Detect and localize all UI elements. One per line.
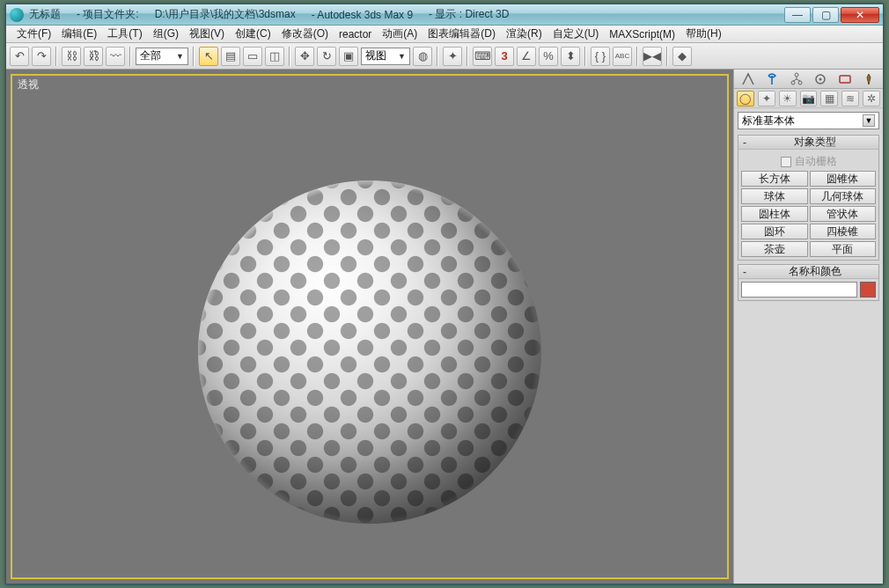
sphere-button[interactable]: 球体	[741, 188, 808, 204]
shapes-button[interactable]: ✦	[758, 91, 775, 107]
menu-tools[interactable]: 工具(T)	[102, 25, 147, 43]
manipulate-button[interactable]: ✦	[443, 47, 462, 66]
redo-button[interactable]: ↷	[32, 47, 51, 66]
menu-help[interactable]: 帮助(H)	[680, 25, 727, 43]
selection-filter-value: 全部	[140, 48, 161, 63]
plane-button[interactable]: 平面	[810, 241, 877, 257]
menu-customize[interactable]: 自定义(U)	[547, 25, 605, 43]
bind-spacewarp-button[interactable]: 〰	[106, 47, 125, 66]
create-tab[interactable]	[739, 71, 757, 87]
chevron-down-icon: ▼	[176, 52, 184, 61]
menu-maxscript[interactable]: MAXScript(M)	[604, 26, 680, 42]
menu-views[interactable]: 视图(V)	[184, 25, 230, 43]
teapot-button[interactable]: 茶壶	[741, 241, 808, 257]
select-by-name-button[interactable]: ▤	[221, 47, 240, 66]
app-icon	[10, 8, 24, 22]
subcategory-value: 标准基本体	[742, 114, 795, 129]
align-button[interactable]: ◆	[672, 47, 692, 66]
unlink-button[interactable]: ⛓̸	[84, 47, 103, 66]
autogrid-row: 自动栅格	[741, 152, 876, 171]
move-button[interactable]: ✥	[295, 47, 314, 66]
svg-point-0	[795, 73, 798, 77]
object-type-rollout: - 对象类型 自动栅格 长方体 圆锥体 球体 几何球体 圆柱体 管状体	[738, 135, 879, 261]
viewport-active-frame: 透视	[11, 74, 729, 579]
dimple-pattern	[198, 180, 541, 524]
menu-reactor[interactable]: reactor	[334, 26, 377, 42]
minus-icon: -	[738, 266, 751, 278]
name-color-header[interactable]: - 名称和颜色	[738, 265, 878, 279]
tube-button[interactable]: 管状体	[810, 206, 877, 222]
object-name-input[interactable]	[741, 282, 857, 298]
viewport[interactable]: 透视	[6, 70, 733, 584]
geosphere-button[interactable]: 几何球体	[810, 188, 877, 204]
maximize-button[interactable]: ▢	[812, 7, 839, 23]
pivot-center-button[interactable]: ◍	[413, 47, 432, 66]
menubar: 文件(F) 编辑(E) 工具(T) 组(G) 视图(V) 创建(C) 修改器(O…	[6, 26, 883, 43]
undo-button[interactable]: ↶	[10, 47, 29, 66]
motion-tab[interactable]	[812, 71, 829, 87]
percent-snap-button[interactable]: %	[539, 47, 558, 66]
svg-point-4	[819, 77, 822, 80]
main-toolbar: ↶ ↷ ⛓ ⛓̸ 〰 全部 ▼ ↖ ▤ ▭ ◫ ✥ ↻ ▣ 视图 ▼ ◍ ✦ ⌨…	[6, 43, 883, 70]
title-display: - 显示 : Direct 3D	[429, 7, 509, 22]
abc-button[interactable]: ABC	[613, 47, 632, 66]
display-tab[interactable]	[836, 71, 854, 87]
modify-tab[interactable]	[763, 71, 781, 87]
menu-rendering[interactable]: 渲染(R)	[501, 25, 547, 43]
minimize-button[interactable]: —	[784, 7, 811, 23]
titlebar: 无标题 - 项目文件夹: D:\用户目录\我的文档\3dsmax - Autod…	[6, 4, 883, 26]
select-region-button[interactable]: ▭	[243, 47, 262, 66]
object-type-label: 对象类型	[751, 135, 878, 150]
app-window: 无标题 - 项目文件夹: D:\用户目录\我的文档\3dsmax - Autod…	[5, 4, 884, 584]
object-type-header[interactable]: - 对象类型	[738, 136, 878, 150]
selection-filter-dropdown[interactable]: 全部 ▼	[136, 48, 188, 65]
spacewarps-button[interactable]: ≋	[841, 91, 859, 107]
menu-modifiers[interactable]: 修改器(O)	[276, 25, 334, 43]
menu-graph[interactable]: 图表编辑器(D)	[422, 25, 501, 43]
cylinder-button[interactable]: 圆柱体	[741, 206, 808, 222]
cameras-button[interactable]: 📷	[800, 91, 818, 107]
mirror-button[interactable]: ▶◀	[643, 47, 662, 66]
menu-create[interactable]: 创建(C)	[230, 25, 276, 43]
geometry-button[interactable]: ◯	[737, 91, 754, 107]
torus-button[interactable]: 圆环	[741, 224, 808, 239]
lights-button[interactable]: ☀	[779, 91, 797, 107]
named-sets-button[interactable]: { }	[591, 47, 610, 66]
title-project-label: - 项目文件夹:	[77, 7, 139, 22]
scale-button[interactable]: ▣	[339, 47, 358, 66]
window-crossing-button[interactable]: ◫	[265, 47, 284, 66]
title-document: 无标题	[29, 7, 61, 22]
spinner-snap-button[interactable]: ⬍	[561, 47, 580, 66]
ref-coord-dropdown[interactable]: 视图 ▼	[361, 48, 410, 65]
keyboard-shortcut-button[interactable]: ⌨	[473, 47, 492, 66]
subcategory-dropdown[interactable]: 标准基本体 ▼	[738, 112, 879, 129]
object-color-swatch[interactable]	[860, 282, 876, 298]
helpers-button[interactable]: ▦	[820, 91, 838, 107]
link-button[interactable]: ⛓	[62, 47, 81, 66]
box-button[interactable]: 长方体	[741, 171, 808, 187]
systems-button[interactable]: ✲	[863, 91, 880, 107]
title-project-path: D:\用户目录\我的文档\3dsmax	[155, 7, 296, 22]
menu-edit[interactable]: 编辑(E)	[56, 25, 102, 43]
menu-animation[interactable]: 动画(A)	[377, 25, 422, 43]
golf-ball-object[interactable]	[198, 180, 541, 524]
command-panel: ◯ ✦ ☀ 📷 ▦ ≋ ✲ 标准基本体 ▼ - 对象类型	[733, 70, 883, 584]
menu-group[interactable]: 组(G)	[148, 25, 184, 43]
svg-point-2	[798, 81, 802, 85]
cone-button[interactable]: 圆锥体	[810, 171, 877, 187]
main-area: 透视 ◯ ✦ ☀ 📷 ▦ ≋ ✲	[6, 70, 883, 584]
ref-coord-value: 视图	[365, 48, 386, 63]
close-button[interactable]: ✕	[841, 7, 879, 23]
autogrid-checkbox[interactable]	[781, 157, 791, 167]
minus-icon: -	[738, 136, 751, 149]
autogrid-label: 自动栅格	[795, 154, 837, 169]
menu-file[interactable]: 文件(F)	[11, 25, 56, 43]
hierarchy-tab[interactable]	[788, 71, 805, 87]
create-category-row: ◯ ✦ ☀ 📷 ▦ ≋ ✲	[734, 89, 883, 108]
pyramid-button[interactable]: 四棱锥	[810, 224, 877, 239]
utilities-tab[interactable]	[860, 71, 878, 87]
angle-snap-button[interactable]: ∠	[517, 47, 536, 66]
snap-toggle-button[interactable]: 3	[495, 47, 514, 66]
select-button[interactable]: ↖	[199, 47, 218, 66]
rotate-button[interactable]: ↻	[317, 47, 336, 66]
